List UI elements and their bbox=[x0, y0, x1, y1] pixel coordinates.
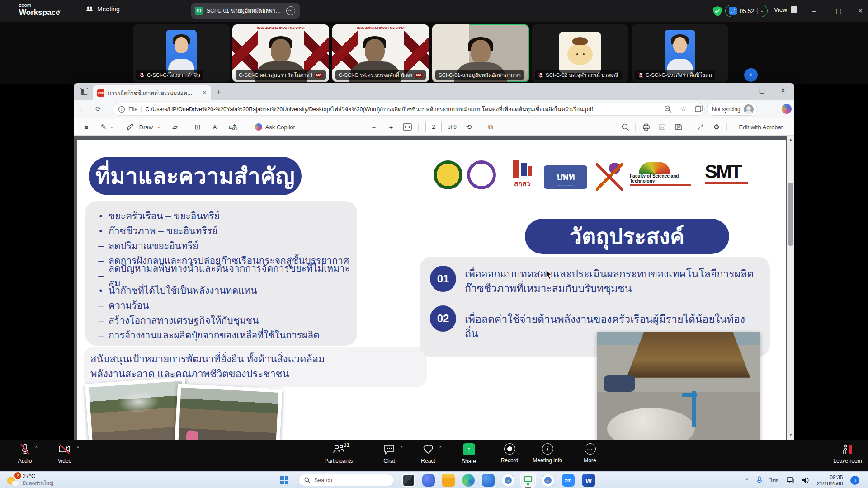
zoom-app-icon[interactable]: zm bbox=[562, 474, 575, 487]
refresh-icon[interactable]: ⟳ bbox=[95, 105, 101, 113]
store-app-icon[interactable] bbox=[482, 474, 495, 487]
participant-tile-3[interactable]: KPRU SMT CONFERENCE 2025 C-SCI-C รศ.ดร.บ… bbox=[332, 24, 429, 82]
next-participants-button[interactable]: › bbox=[744, 68, 758, 82]
participant-tile-5[interactable]: SCI-C-02 นส.จุฬาวรรณ์ ปวงมณี bbox=[532, 24, 628, 82]
browser-menu-icon[interactable]: ⋯ bbox=[765, 104, 772, 112]
tab-options-icon[interactable]: ⋯ bbox=[286, 6, 295, 15]
browser-tab-active[interactable]: PDF การผลิตก้าซชีวภาพด้วยระบบบ่อหมักแบ ✕ bbox=[93, 85, 211, 100]
rotate-icon[interactable]: ⟲ bbox=[463, 118, 474, 136]
voice-typing-mic-icon[interactable] bbox=[756, 476, 762, 484]
meeting-timer[interactable]: 05:52 ⌄ bbox=[725, 5, 768, 17]
window-close-button[interactable]: ✕ bbox=[854, 5, 867, 16]
search-placeholder: Search bbox=[314, 477, 332, 483]
scroll-down-icon[interactable]: ▼ bbox=[789, 433, 793, 437]
task-view-icon[interactable] bbox=[402, 474, 415, 487]
meeting-info-button[interactable]: i Meeting info bbox=[528, 443, 567, 464]
draw-label[interactable]: Draw bbox=[138, 118, 154, 136]
ask-copilot-button[interactable]: Ask Copilot bbox=[250, 118, 300, 136]
window-minimize-button[interactable]: – bbox=[807, 5, 821, 16]
highlighter-chevron-icon[interactable]: ⌄ bbox=[109, 118, 115, 136]
vertical-tabs-icon[interactable] bbox=[80, 88, 88, 95]
page-number-input[interactable] bbox=[425, 122, 442, 132]
edge-close-button[interactable]: ✕ bbox=[774, 83, 793, 99]
participants-button[interactable]: Participants 31 bbox=[319, 443, 358, 464]
network-icon[interactable] bbox=[787, 477, 794, 483]
scrollbar-thumb[interactable] bbox=[788, 183, 793, 246]
leave-room-button[interactable]: Leave room bbox=[828, 443, 867, 464]
participant-tile-2[interactable]: KPRU SMT CONFERENCE 2025 C-SCI-C ผศ.วสุน… bbox=[232, 24, 329, 82]
highlighter-icon[interactable]: ✎ bbox=[98, 118, 109, 136]
address-bar[interactable]: i File C:/Users/HP/OneDrive%20-%20Yala%2… bbox=[113, 103, 705, 116]
participant-tile-1[interactable]: C-SCI-C-โสรยา กล้าจีน bbox=[133, 24, 230, 82]
weather-widget[interactable]: 2 27°C มีแดดส่วนใหญ่ bbox=[6, 473, 53, 487]
participant-tile-6[interactable]: C-SCI-C-ประภัสรา ศิลปิโยดม bbox=[632, 24, 728, 82]
chat-button[interactable]: Chat ^ bbox=[370, 443, 409, 464]
collections-icon[interactable] bbox=[695, 105, 703, 113]
scroll-up-icon[interactable]: ▲ bbox=[789, 137, 793, 141]
eraser-icon[interactable]: ▱ bbox=[170, 118, 180, 136]
more-button[interactable]: ⋯ More bbox=[571, 443, 609, 464]
edge-icon[interactable] bbox=[462, 474, 475, 487]
active-shared-app-icon[interactable] bbox=[522, 474, 534, 487]
notification-badge[interactable]: 3 bbox=[850, 476, 859, 485]
workspace-chevron-icon[interactable]: ⌄ bbox=[57, 7, 61, 13]
tab-shared-screen[interactable]: S1 SCI-C-01-นายมูฮัมหมัดอัลฟาล วะวา's : … bbox=[191, 3, 300, 19]
security-shield-icon[interactable] bbox=[712, 6, 722, 17]
view-button[interactable]: View bbox=[774, 6, 797, 13]
zoom-out-page-icon[interactable] bbox=[664, 105, 672, 113]
teams-chat-icon[interactable] bbox=[422, 474, 435, 487]
tray-expand-chevron-icon[interactable]: ^ bbox=[746, 477, 749, 483]
chrome-icon[interactable] bbox=[502, 474, 514, 487]
fullscreen-icon[interactable]: ⤢ bbox=[695, 118, 706, 136]
page-view-icon[interactable]: ⧉ bbox=[485, 118, 496, 136]
print-icon[interactable] bbox=[642, 123, 650, 131]
participant-tile-4-active-speaker[interactable]: SCI-C-01-นายมูฮัมหมัดอัลฟาล วะวา bbox=[432, 24, 529, 82]
record-button[interactable]: Record bbox=[490, 443, 529, 464]
read-aloud-icon[interactable]: A bbox=[209, 118, 220, 136]
page-info-icon[interactable]: i bbox=[118, 106, 125, 113]
mo-badge: MO bbox=[315, 73, 323, 78]
zoom-in-icon[interactable]: + bbox=[386, 118, 396, 136]
start-button[interactable] bbox=[280, 476, 288, 484]
edit-with-acrobat-button[interactable]: Edit with Acrobat bbox=[733, 118, 789, 136]
video-button[interactable]: Video ^ bbox=[45, 443, 84, 464]
taskbar-clock[interactable]: 09:35 21/10/2568 bbox=[817, 474, 843, 487]
profile-button[interactable]: Not syncing bbox=[707, 103, 757, 116]
window-maximize-button[interactable]: ▢ bbox=[832, 5, 845, 16]
search-document-icon[interactable] bbox=[622, 123, 629, 131]
edge-maximize-button[interactable]: ▢ bbox=[753, 83, 772, 99]
share-button[interactable]: ↑ Share bbox=[449, 443, 488, 465]
new-tab-button[interactable]: + bbox=[217, 88, 221, 97]
save-as-icon[interactable] bbox=[675, 123, 682, 131]
back-icon[interactable]: ← bbox=[79, 105, 86, 113]
zoom-out-icon[interactable]: − bbox=[368, 118, 379, 136]
volume-icon[interactable] bbox=[802, 477, 809, 483]
fit-width-icon[interactable] bbox=[403, 123, 412, 131]
toc-icon[interactable]: ≡ bbox=[81, 118, 92, 136]
word-icon[interactable]: W bbox=[582, 474, 595, 487]
video-options-chevron-icon[interactable]: ^ bbox=[77, 446, 79, 451]
draw-chevron-icon[interactable]: ⌄ bbox=[156, 118, 162, 136]
edge-browser-window: PDF การผลิตก้าซชีวภาพด้วยระบบบ่อหมักแบ ✕… bbox=[74, 83, 794, 440]
favorite-star-icon[interactable]: ☆ bbox=[680, 105, 686, 113]
tab-meeting[interactable]: Meeting bbox=[86, 5, 120, 13]
taskbar-search[interactable]: Search bbox=[298, 474, 394, 486]
copilot-icon[interactable] bbox=[782, 104, 792, 114]
translate-icon[interactable]: aあ bbox=[226, 118, 240, 136]
chrome-icon-2[interactable] bbox=[542, 474, 554, 487]
edge-minimize-button[interactable]: – bbox=[732, 83, 751, 99]
audio-button[interactable]: Audio ^ bbox=[5, 443, 44, 464]
audio-options-chevron-icon[interactable]: ^ bbox=[35, 446, 38, 451]
settings-gear-icon[interactable]: ⚙ bbox=[711, 118, 722, 136]
tab-close-icon[interactable]: ✕ bbox=[203, 90, 207, 96]
pdf-scrollbar[interactable]: ▲ ▼ bbox=[787, 136, 794, 440]
draw-pen-icon[interactable] bbox=[126, 123, 134, 131]
file-explorer-icon[interactable] bbox=[442, 474, 455, 487]
add-text-icon[interactable]: ⊞ bbox=[192, 118, 203, 136]
react-options-chevron-icon[interactable]: ^ bbox=[439, 446, 442, 451]
language-indicator[interactable]: ไทย bbox=[770, 476, 779, 484]
react-button[interactable]: React ^ bbox=[409, 443, 448, 464]
save-icon[interactable] bbox=[659, 123, 666, 131]
timer-chevron-icon[interactable]: ⌄ bbox=[760, 9, 764, 13]
chat-options-chevron-icon[interactable]: ^ bbox=[401, 446, 403, 451]
